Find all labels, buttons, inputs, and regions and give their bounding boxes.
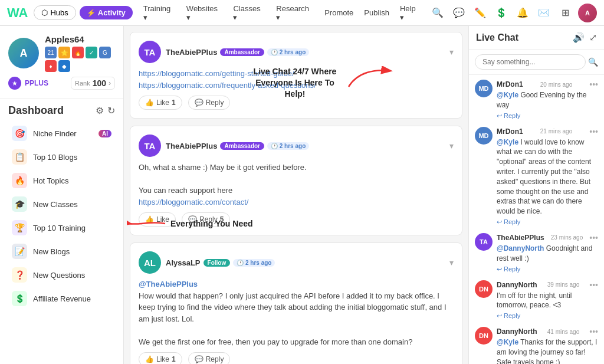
reply-button[interactable]: 💬 Reply: [188, 352, 231, 364]
mention: @TheAbiePPlus: [139, 280, 198, 288]
sidebar-item-niche-finder[interactable]: 🎯 Niche Finder AI: [8, 122, 115, 145]
sidebar-item-top-10-blogs[interactable]: 📋 Top 10 Blogs: [8, 145, 115, 169]
refresh-icon[interactable]: ↻: [107, 105, 115, 116]
chat-text: I'm off for the night, until tomorrow, p…: [497, 291, 598, 311]
sidebar-item-hot-topics[interactable]: 🔥 Hot Topics: [8, 169, 115, 192]
post-author-name: TheAbiePPlus: [166, 48, 217, 57]
badge-fire: 🔥: [72, 47, 84, 58]
rank-box: Rank 100 ›: [71, 77, 115, 90]
live-chat-sidebar: Live Chat 🔊 ⤢ 🔍 MD MrDon1 20 mins ago ••…: [468, 26, 604, 364]
like-count: 1: [172, 355, 176, 363]
more-options-icon[interactable]: •••: [589, 327, 598, 336]
like-button[interactable]: 👍 Like 1: [139, 352, 182, 364]
mail-icon[interactable]: ✉️: [536, 5, 552, 21]
top-blogs-label: Top 10 Blogs: [33, 153, 77, 162]
badge-g: G: [99, 47, 111, 58]
chat-time: 39 mins ago: [547, 281, 579, 288]
like-icon: 👍: [145, 215, 154, 224]
sidebar-item-affiliate-revenue[interactable]: 💲 Affiliate Revenue: [8, 287, 115, 310]
sidebar-item-new-blogs[interactable]: 📝 New Blogs: [8, 240, 115, 263]
chat-message: DN DannyNorth 41 mins ago ••• @Kyle Than…: [475, 327, 598, 364]
chat-input[interactable]: [475, 54, 586, 70]
activity-button[interactable]: ⚡ Activity: [80, 6, 133, 19]
chat-mention: @Kyle: [497, 338, 518, 346]
sidebar-item-new-questions[interactable]: ❓ New Questions: [8, 263, 115, 287]
sidebar-item-new-classes[interactable]: 🎓 New Classes: [8, 192, 115, 216]
chat-author: MrDon1: [497, 127, 523, 136]
like-button[interactable]: 👍 Like 1: [139, 96, 182, 110]
chat-reply-button[interactable]: ↩ Reply: [497, 218, 598, 226]
post-link-2[interactable]: https://bloggomatic.com/frequently-asked…: [139, 81, 316, 90]
expand-icon[interactable]: ▾: [449, 141, 454, 150]
like-button[interactable]: 👍 Like: [139, 212, 176, 227]
nav-classes[interactable]: Classes ▾: [228, 2, 270, 24]
more-options-icon[interactable]: •••: [589, 280, 598, 290]
dollar-icon[interactable]: 💲: [493, 5, 510, 21]
post-card: AL AlyssaLP Follow 🕐 2 hrs ago ▾ @TheAbi…: [130, 242, 462, 364]
nav-training[interactable]: Training ▾: [139, 2, 180, 24]
chat-author: TheAbiePPlus: [497, 234, 544, 242]
hot-topics-label: Hot Topics: [33, 176, 68, 185]
more-options-icon[interactable]: •••: [589, 127, 598, 136]
badge-red2: ♦: [45, 60, 57, 72]
search-icon[interactable]: 🔍: [429, 5, 446, 21]
post-body: @TheAbiePPlus How would that happen? I o…: [139, 278, 454, 347]
more-options-icon[interactable]: •••: [589, 233, 598, 242]
layers-icon[interactable]: ⊞: [557, 5, 573, 21]
chat-send-icon[interactable]: 🔍: [588, 57, 598, 67]
feed: TA TheAbiePPlus Ambassador 🕐 2 hrs ago ▾…: [124, 26, 468, 364]
nav-icons: 🔍 💬 ✏️ 💲 🔔 ✉️ ⊞ A: [429, 4, 597, 22]
affiliate-label: Affiliate Revenue: [33, 294, 91, 303]
reply-icon: 💬: [195, 99, 203, 107]
edit-icon[interactable]: ✏️: [472, 5, 488, 21]
expand-chat-icon[interactable]: ⤢: [589, 32, 597, 43]
bell-icon[interactable]: 🔔: [514, 5, 531, 21]
chat-reply-button[interactable]: ↩ Reply: [497, 312, 598, 320]
badge-check: ✓: [86, 47, 97, 58]
bolt-icon: ⚡: [87, 9, 96, 17]
membership-label: PPLUS: [25, 79, 48, 87]
nav-publish[interactable]: Publish: [359, 6, 394, 19]
reply-count: 5: [220, 215, 224, 224]
rank-arrow: ›: [109, 79, 111, 87]
nav-websites[interactable]: Websites ▾: [182, 2, 228, 24]
like-icon: 👍: [145, 99, 154, 107]
post-link-1[interactable]: https://bloggomatic.com/getting-started-…: [139, 69, 294, 78]
hubs-button[interactable]: ⬡ Hubs: [34, 5, 76, 20]
reply-button[interactable]: 💬 Reply 5: [182, 212, 230, 227]
chat-time: 21 mins ago: [540, 128, 572, 135]
new-classes-label: New Classes: [33, 200, 78, 209]
settings-icon[interactable]: ⚙: [96, 105, 104, 116]
chat-reply-button[interactable]: ↩ Reply: [497, 265, 598, 273]
chat-content: DannyNorth 39 mins ago ••• I'm off for t…: [497, 280, 598, 320]
sidebar-item-top-10-training[interactable]: 🏆 Top 10 Training: [8, 216, 115, 240]
post-body: Oh, what a shame :) May be it got verifi…: [139, 162, 454, 208]
ai-badge: AI: [99, 130, 111, 137]
rank-label: Rank: [75, 80, 90, 87]
ambassador-badge: Ambassador: [220, 142, 264, 150]
expand-icon[interactable]: ▾: [449, 47, 454, 57]
support-link[interactable]: https://bloggomatic.com/contact/: [139, 198, 248, 206]
more-options-icon[interactable]: •••: [589, 80, 598, 89]
post-actions: 👍 Like 1 💬 Reply: [139, 352, 454, 364]
nav-help[interactable]: Help ▾: [395, 2, 426, 24]
top-training-label: Top 10 Training: [33, 224, 86, 232]
nav-promote[interactable]: Promote: [320, 6, 358, 19]
reply-button[interactable]: 💬 Reply: [188, 96, 231, 110]
post-body: https://bloggomatic.com/getting-started-…: [139, 68, 454, 91]
chat-icon[interactable]: 💬: [451, 5, 467, 21]
main-feed: TA TheAbiePPlus Ambassador 🕐 2 hrs ago ▾…: [124, 26, 468, 364]
nav-research[interactable]: Research ▾: [271, 2, 319, 24]
user-avatar[interactable]: A: [578, 4, 597, 22]
reply-icon: 💬: [195, 355, 203, 363]
chat-reply-button[interactable]: ↩ Reply: [497, 112, 598, 120]
chat-author: DannyNorth: [497, 327, 537, 336]
expand-icon[interactable]: ▾: [449, 258, 454, 267]
chat-avatar: DN: [475, 280, 493, 298]
dashboard-title: Dashboard: [8, 104, 64, 117]
main-layout: A Apples64 21 ⭐ 🔥 ✓ G ♦ ◆ ★: [0, 26, 604, 364]
post-author-name: AlyssaLP: [166, 258, 201, 267]
new-questions-icon: ❓: [12, 267, 27, 283]
sound-icon[interactable]: 🔊: [573, 32, 585, 43]
chat-text: @Kyle Thanks for the support, I am lovin…: [497, 337, 598, 364]
